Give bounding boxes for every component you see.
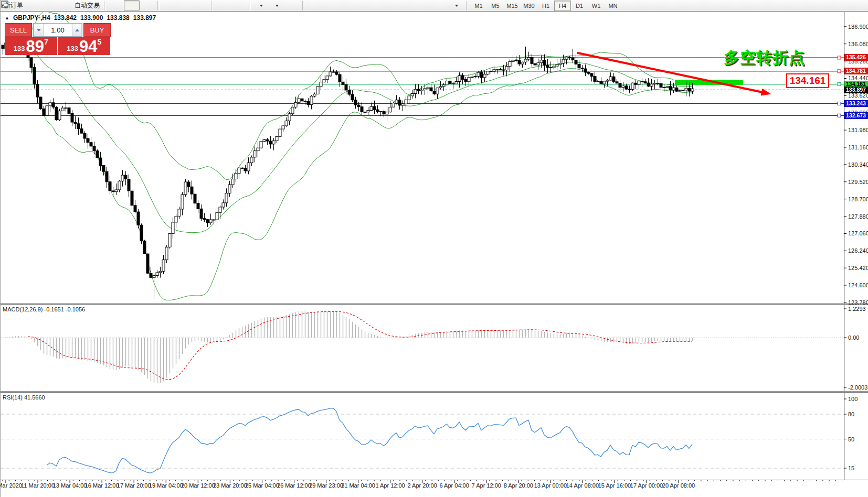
svg-text:136.900: 136.900 — [848, 24, 868, 30]
buy-button[interactable]: BUY — [83, 23, 111, 37]
svg-text:14 Apr 08:00: 14 Apr 08:00 — [566, 482, 599, 489]
svg-text:13 Mar 04:00: 13 Mar 04:00 — [53, 482, 87, 489]
templates-button[interactable] — [284, 0, 300, 11]
sell-price-display[interactable]: 133 89 7 — [5, 37, 58, 55]
chat-icon — [1, 0, 9, 8]
svg-text:26 Mar 12:00: 26 Mar 12:00 — [277, 482, 311, 489]
svg-text:129.520: 129.520 — [848, 179, 868, 185]
mt4-window: 新订单 自动交易 — [0, 0, 868, 497]
toolbar-separator — [104, 1, 106, 10]
bar-chart-button[interactable] — [108, 0, 124, 11]
macd-label: MACD(12,26,9) -0.1651 -0.1056 — [3, 306, 85, 312]
arrows-button[interactable] — [448, 0, 464, 11]
timeframe-h4-button[interactable]: H4 — [554, 1, 571, 11]
zoom-out-button[interactable] — [177, 0, 193, 11]
toolbar-right-group — [801, 0, 835, 11]
svg-text:7 Apr 12:00: 7 Apr 12:00 — [472, 482, 501, 489]
svg-text:127.880: 127.880 — [848, 213, 868, 220]
chevron-up-icon — [75, 29, 79, 31]
svg-text:17 Mar 20:00: 17 Mar 20:00 — [117, 482, 151, 489]
sell-price-sup: 7 — [44, 38, 48, 46]
svg-text:126.240: 126.240 — [848, 247, 868, 254]
chevron-down-icon — [276, 5, 279, 7]
toolbar-separator — [466, 1, 468, 10]
cursor-button[interactable] — [306, 0, 322, 11]
timeframe-m5-button[interactable]: M5 — [487, 1, 504, 11]
timeframe-h1-button[interactable]: H1 — [537, 1, 554, 11]
panel-collapse-arrow[interactable]: ▲ — [5, 15, 9, 20]
svg-text:13 Apr 00:00: 13 Apr 00:00 — [534, 482, 567, 489]
buy-price-big: 94 — [79, 38, 97, 55]
timeframe-d1-button[interactable]: D1 — [571, 1, 588, 11]
buy-price-sup: 5 — [97, 38, 101, 46]
ohlc-high: 133.900 — [80, 14, 103, 21]
svg-text:6 Apr 04:00: 6 Apr 04:00 — [440, 482, 469, 489]
ohlc-close: 133.897 — [133, 14, 156, 21]
svg-text:0.00: 0.00 — [848, 334, 859, 341]
svg-text:131.160: 131.160 — [848, 144, 868, 150]
timeframe-m30-button[interactable]: M30 — [521, 1, 537, 11]
search-button[interactable] — [801, 0, 817, 11]
horizontal-line-button[interactable] — [354, 0, 369, 11]
svg-text:124.600: 124.600 — [848, 282, 868, 288]
fibonacci-button[interactable]: F — [401, 0, 417, 11]
timeframe-m1-button[interactable]: M1 — [470, 1, 487, 11]
chevron-down-icon — [455, 5, 458, 7]
periods-button[interactable] — [269, 0, 284, 11]
navigator-button[interactable] — [41, 0, 57, 11]
text-button[interactable]: A — [417, 0, 432, 11]
price-axis-tag: 133.897 — [844, 87, 868, 93]
trendline-button[interactable] — [369, 0, 385, 11]
volume-increase-button[interactable] — [72, 24, 82, 36]
timeframe-w1-button[interactable]: W1 — [588, 1, 605, 11]
crosshair-button[interactable] — [322, 0, 338, 11]
svg-text:127.060: 127.060 — [848, 230, 868, 236]
buy-price-display[interactable]: 133 94 5 — [58, 37, 111, 55]
chat-button[interactable] — [820, 0, 835, 11]
main-toolbar: 新订单 自动交易 — [1, 0, 868, 12]
ohlc-open: 133.842 — [54, 14, 77, 21]
timeframe-toolbar: M1M5M15M30H1H4D1W1MN — [470, 1, 621, 11]
vertical-line-button[interactable] — [338, 0, 354, 11]
svg-text:20 Mar 12:00: 20 Mar 12:00 — [181, 482, 215, 489]
svg-text:50: 50 — [848, 436, 854, 442]
svg-text:15: 15 — [848, 465, 854, 471]
svg-text:20 Apr 08:00: 20 Apr 08:00 — [662, 482, 695, 489]
equidistant-channel-button[interactable]: E — [385, 0, 401, 11]
chart-canvas[interactable]: 136.900136.080135.260134.440133.620132.8… — [1, 0, 868, 497]
timeframe-m15-button[interactable]: M15 — [504, 1, 521, 11]
price-callout-label: 134.161 — [786, 73, 829, 88]
svg-text:133.620: 133.620 — [848, 92, 868, 99]
market-watch-button[interactable] — [25, 0, 41, 11]
rsi-label: RSI(14) 41.5660 — [3, 394, 45, 401]
autotrading-button[interactable]: 自动交易 — [72, 0, 102, 11]
candlestick-chart-button[interactable] — [124, 0, 140, 11]
line-chart-button[interactable] — [140, 0, 155, 11]
price-axis-tag: 133.243 — [844, 100, 868, 107]
data-window-button[interactable] — [57, 0, 72, 11]
chart-shift-button[interactable] — [215, 0, 231, 11]
sell-price-big: 89 — [26, 38, 44, 55]
tile-windows-button[interactable] — [193, 0, 209, 11]
volume-decrease-button[interactable] — [34, 24, 44, 36]
one-click-trading-panel: SELL BUY 133 89 7 133 94 5 — [5, 23, 110, 55]
zoom-in-button[interactable] — [162, 0, 177, 11]
svg-text:23 Mar 20:00: 23 Mar 20:00 — [213, 482, 247, 489]
svg-text:19 Mar 04:00: 19 Mar 04:00 — [149, 482, 183, 489]
text-label-button[interactable]: T — [432, 0, 448, 11]
volume-input[interactable] — [44, 24, 72, 36]
svg-text:100: 100 — [848, 396, 858, 402]
price-axis-tag: 134.781 — [844, 68, 868, 74]
new-chart-button[interactable] — [253, 0, 269, 11]
svg-text:16 Mar 12:00: 16 Mar 12:00 — [85, 482, 119, 489]
svg-text:17 Apr 00:00: 17 Apr 00:00 — [630, 482, 663, 489]
chevron-down-icon — [260, 5, 263, 7]
chart-header: ▲ GBPJPY-,H4 133.842 133.900 133.838 133… — [5, 14, 156, 21]
chart-autoscroll-button[interactable] — [231, 0, 247, 11]
sell-button[interactable]: SELL — [5, 23, 32, 37]
toolbar-separator — [302, 1, 304, 10]
svg-text:128.700: 128.700 — [848, 196, 868, 202]
ohlc-low: 133.838 — [107, 14, 129, 21]
timeframe-mn-button[interactable]: MN — [605, 1, 621, 11]
svg-text:29 Mar 23:00: 29 Mar 23:00 — [309, 482, 343, 489]
